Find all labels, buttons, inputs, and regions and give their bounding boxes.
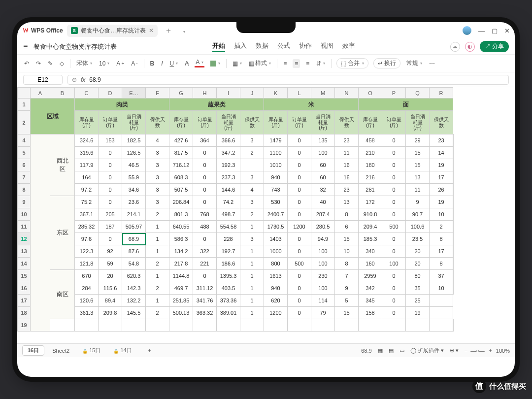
cell[interactable]: 0 bbox=[288, 196, 311, 208]
cell[interactable] bbox=[359, 319, 382, 332]
cloud-icon[interactable]: ☁ bbox=[450, 42, 460, 52]
wps-ai-icon[interactable]: ◐ bbox=[465, 42, 475, 52]
sub-header[interactable]: 库存量(斤) bbox=[264, 111, 288, 134]
cell[interactable]: 319.6 bbox=[75, 147, 99, 159]
cell[interactable]: 361.3 bbox=[75, 307, 99, 319]
cell[interactable]: 284 bbox=[75, 282, 99, 295]
cell[interactable]: 0 bbox=[288, 184, 311, 196]
cell[interactable]: 251.85 bbox=[169, 295, 193, 307]
col-header[interactable]: C bbox=[75, 88, 99, 99]
cell[interactable]: 1200 bbox=[288, 221, 311, 233]
category-header[interactable]: 蔬果类 bbox=[169, 99, 264, 111]
cell[interactable]: 25 bbox=[406, 295, 430, 307]
cell[interactable]: 373.36 bbox=[217, 295, 240, 307]
cell[interactable]: 2 bbox=[240, 147, 264, 159]
col-header[interactable]: L bbox=[288, 88, 311, 99]
sub-header[interactable]: 保供天数 bbox=[430, 111, 453, 134]
share-button[interactable]: ↗ 分享 bbox=[480, 41, 509, 52]
cell[interactable]: 554.58 bbox=[217, 221, 240, 233]
cell[interactable]: 1100 bbox=[264, 147, 288, 159]
cell[interactable] bbox=[406, 319, 430, 332]
cell[interactable]: 0 bbox=[99, 196, 122, 208]
menu-5[interactable]: 视图 bbox=[321, 41, 333, 52]
cell[interactable] bbox=[453, 171, 454, 184]
cell[interactable] bbox=[430, 307, 453, 319]
cell[interactable]: 285.32 bbox=[75, 221, 99, 233]
menu-6[interactable]: 效率 bbox=[342, 41, 355, 52]
hamburger-menu-icon[interactable]: ≡ bbox=[23, 42, 28, 51]
cell[interactable] bbox=[288, 319, 311, 332]
cell[interactable]: 0 bbox=[382, 282, 406, 295]
user-avatar[interactable] bbox=[463, 26, 471, 35]
decrease-font-icon[interactable]: A- bbox=[130, 59, 138, 68]
cell[interactable]: 1 bbox=[146, 221, 169, 233]
cell[interactable] bbox=[193, 319, 217, 332]
sub-header[interactable]: 订单量(斤) bbox=[288, 111, 311, 134]
cell[interactable]: 2 bbox=[146, 208, 169, 221]
cell[interactable] bbox=[169, 319, 193, 332]
cell[interactable]: 185.3 bbox=[359, 233, 382, 245]
col-header[interactable]: B bbox=[50, 88, 75, 99]
cell[interactable]: 134.2 bbox=[169, 245, 193, 258]
cell[interactable]: 586.3 bbox=[169, 233, 193, 245]
cell[interactable]: 7 bbox=[335, 270, 359, 282]
font-color-icon[interactable]: A bbox=[195, 59, 204, 67]
category-header[interactable]: 面 bbox=[359, 99, 453, 111]
bold-icon[interactable]: B bbox=[149, 59, 156, 68]
row-header[interactable]: 9 bbox=[18, 196, 31, 208]
sub-header[interactable]: 库存量(斤) bbox=[75, 111, 99, 134]
sub-header[interactable]: 保供天数 bbox=[146, 111, 169, 134]
cell[interactable]: 0 bbox=[288, 171, 311, 184]
cell[interactable]: 92 bbox=[99, 245, 122, 258]
cell[interactable]: 209.4 bbox=[359, 221, 382, 233]
cell[interactable]: 940 bbox=[264, 171, 288, 184]
cell[interactable]: 4 bbox=[146, 134, 169, 147]
cell[interactable]: 126.5 bbox=[122, 147, 146, 159]
cell[interactable]: 0 bbox=[99, 147, 122, 159]
cell[interactable]: 11 bbox=[335, 147, 359, 159]
col-header[interactable]: Q bbox=[406, 88, 430, 99]
cell[interactable]: 15 bbox=[335, 233, 359, 245]
cell[interactable]: 230 bbox=[311, 270, 335, 282]
cell[interactable]: 3 bbox=[240, 171, 264, 184]
sub-header[interactable]: 保供天数 bbox=[240, 111, 264, 134]
cell[interactable]: 2 bbox=[430, 221, 453, 233]
col-header[interactable]: M bbox=[311, 88, 335, 99]
cell[interactable]: 340 bbox=[359, 245, 382, 258]
cell[interactable]: 0 bbox=[382, 134, 406, 147]
cell[interactable]: 800 bbox=[264, 258, 288, 270]
cell[interactable]: 670 bbox=[75, 270, 99, 282]
cell[interactable]: 26 bbox=[430, 184, 453, 196]
cell[interactable]: 1479 bbox=[264, 134, 288, 147]
cell[interactable] bbox=[453, 270, 454, 282]
cell[interactable]: 100 bbox=[382, 258, 406, 270]
cell[interactable]: 90.7 bbox=[406, 208, 430, 221]
cell[interactable]: 23.6 bbox=[122, 196, 146, 208]
cell[interactable]: 32 bbox=[311, 184, 335, 196]
cell[interactable]: 801.3 bbox=[169, 208, 193, 221]
cell[interactable]: 0 bbox=[288, 295, 311, 307]
cell[interactable]: 54.8 bbox=[122, 258, 146, 270]
cell[interactable]: 347.2 bbox=[217, 147, 240, 159]
cell[interactable]: 1 bbox=[146, 233, 169, 245]
cell[interactable]: 17 bbox=[430, 171, 453, 184]
cell[interactable]: 0 bbox=[288, 147, 311, 159]
strikethrough-icon[interactable]: A bbox=[184, 59, 190, 68]
cell[interactable]: 3 bbox=[146, 196, 169, 208]
cell[interactable]: 214.1 bbox=[122, 208, 146, 221]
underline-icon[interactable]: U bbox=[169, 59, 179, 68]
cell-style-button[interactable]: ▦样式 bbox=[248, 58, 272, 68]
cell[interactable]: 100 bbox=[311, 282, 335, 295]
cell[interactable]: 389.01 bbox=[217, 307, 240, 319]
cell[interactable]: 79 bbox=[311, 307, 335, 319]
col-header[interactable]: D bbox=[99, 88, 122, 99]
cell[interactable]: 75.2 bbox=[75, 196, 99, 208]
cell[interactable]: 1 bbox=[146, 295, 169, 307]
cell[interactable]: 364 bbox=[193, 134, 217, 147]
cell[interactable]: 0 bbox=[288, 270, 311, 282]
cell[interactable]: 16 bbox=[335, 171, 359, 184]
cell[interactable]: 221 bbox=[193, 258, 217, 270]
col-header[interactable]: H bbox=[193, 88, 217, 99]
cell[interactable]: 640.55 bbox=[169, 221, 193, 233]
cell[interactable]: 1000 bbox=[264, 245, 288, 258]
